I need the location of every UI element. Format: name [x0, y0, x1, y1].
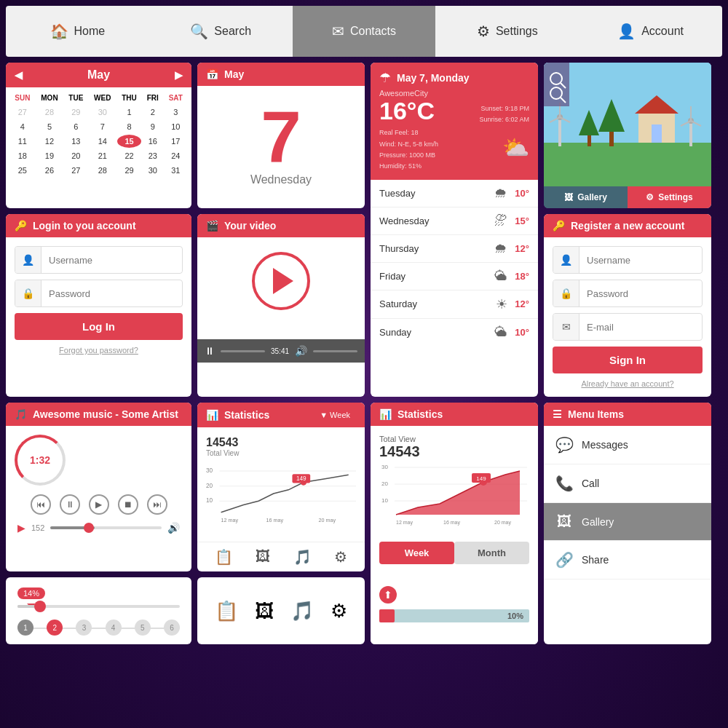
stats-music-icon[interactable]: 🎵 [293, 548, 312, 566]
week-tab[interactable]: Week [379, 542, 454, 564]
forgot-link[interactable]: Forgot you password? [15, 346, 183, 355]
cal-cell[interactable]: 10 [165, 120, 187, 133]
svg-text:20: 20 [206, 483, 213, 489]
calendar-prev[interactable]: ◀ [15, 69, 23, 81]
password-input[interactable] [41, 282, 182, 305]
reg-password-input[interactable] [579, 282, 703, 305]
cal-cell[interactable]: 8 [117, 120, 141, 133]
stats-total-num: 14543 [206, 436, 356, 449]
username-input[interactable] [41, 249, 182, 272]
stats-body: 14543 Total View 30 20 10 149 12 may [197, 427, 365, 542]
play-music-button[interactable]: ▶ [89, 494, 109, 515]
cal-cell[interactable]: 27 [64, 164, 87, 177]
cal-cell[interactable]: 2 [143, 106, 162, 119]
step-4[interactable]: 4 [106, 620, 122, 636]
cal-cell[interactable]: 17 [165, 135, 187, 148]
scene-settings-button[interactable]: ⚙ Settings [628, 186, 711, 208]
icon-image[interactable]: 🖼 [255, 600, 274, 622]
already-account-link[interactable]: Already have an account? [553, 379, 703, 388]
reg-email-input[interactable] [579, 316, 703, 339]
calendar-next[interactable]: ▶ [175, 69, 183, 81]
cal-cell[interactable]: 6 [64, 120, 87, 133]
reg-password-row: 🔒 [553, 280, 703, 307]
step-5[interactable]: 5 [135, 620, 151, 636]
cal-cell[interactable]: 29 [64, 106, 87, 119]
month-tab[interactable]: Month [454, 542, 529, 564]
cal-cell[interactable]: 29 [117, 164, 141, 177]
cal-cell[interactable]: 30 [90, 106, 116, 119]
menu-share[interactable]: 🔗 Share [544, 541, 711, 579]
icon-music2[interactable]: 🎵 [290, 600, 314, 622]
step-2[interactable]: 2 [47, 620, 63, 636]
prev-button[interactable]: ⏮ [31, 494, 51, 515]
menu-call[interactable]: 📞 Call [544, 464, 711, 503]
login-title: Login to you account [33, 220, 136, 232]
login-button[interactable]: Log In [15, 313, 183, 340]
cal-cell[interactable]: 15 [117, 135, 141, 148]
stats-doc-icon[interactable]: 📋 [215, 548, 233, 566]
cal-cell[interactable]: 1 [117, 106, 141, 119]
gallery-button[interactable]: 🖼 Gallery [544, 186, 628, 208]
music-player: 1:32 [15, 435, 183, 486]
cal-cell[interactable]: 25 [10, 164, 35, 177]
stop-button[interactable]: ⏹ [118, 494, 138, 515]
volume-icon[interactable]: 🔊 [295, 345, 307, 357]
nav-account[interactable]: 👤 Account [579, 6, 722, 57]
cal-cell[interactable]: 24 [165, 149, 187, 162]
cal-cell[interactable]: 26 [36, 164, 63, 177]
cal-cell[interactable]: 7 [90, 120, 116, 133]
menu-messages[interactable]: 💬 Messages [544, 426, 711, 464]
icon-settings2[interactable]: ⚙ [331, 600, 347, 622]
main-slider-thumb[interactable] [34, 601, 46, 612]
play-button[interactable] [252, 252, 310, 310]
nav-search[interactable]: 🔍 Search [149, 6, 293, 57]
cal-cell[interactable]: 22 [117, 149, 141, 162]
volume-thumb[interactable] [84, 523, 94, 533]
icon-doc[interactable]: 📋 [215, 600, 238, 622]
register-button[interactable]: Sign In [553, 347, 703, 373]
cal-cell[interactable]: 16 [143, 135, 162, 148]
cal-cell[interactable]: 13 [64, 135, 87, 148]
cal-cell[interactable]: 28 [90, 164, 116, 177]
cal-cell[interactable]: 28 [36, 106, 63, 119]
video-volume-bar[interactable] [313, 350, 357, 352]
pause-music-button[interactable]: ⏸ [60, 494, 80, 515]
reg-username-input[interactable] [579, 249, 703, 272]
cal-cell[interactable]: 9 [143, 120, 162, 133]
step-6[interactable]: 6 [164, 620, 180, 636]
step-1[interactable]: 1 [17, 620, 33, 636]
stats-week-button[interactable]: ▼ Week [314, 408, 356, 422]
cal-cell[interactable]: 3 [165, 106, 187, 119]
cal-cell[interactable]: 19 [36, 149, 63, 162]
cal-cell[interactable]: 4 [10, 120, 35, 133]
cal-cell[interactable]: 5 [36, 120, 63, 133]
call-label: Call [582, 478, 599, 489]
register-header: 🔑 Register a new account [544, 214, 711, 237]
cal-cell[interactable]: 12 [36, 135, 63, 148]
cal-cell[interactable]: 27 [10, 106, 35, 119]
cal-cell[interactable]: 31 [165, 164, 187, 177]
stats-gear-icon[interactable]: ⚙ [334, 548, 347, 566]
next-button[interactable]: ⏭ [147, 494, 167, 515]
nav-home[interactable]: 🏠 Home [6, 6, 149, 57]
step-3[interactable]: 3 [76, 620, 92, 636]
pause-icon[interactable]: ⏸ [205, 345, 215, 357]
stats-img-icon[interactable]: 🖼 [256, 548, 270, 566]
password-icon: 🔒 [15, 280, 41, 306]
cal-cell[interactable]: 14 [90, 135, 116, 148]
cal-cell[interactable]: 23 [143, 149, 162, 162]
volume-bar[interactable] [50, 526, 162, 529]
menu-gallery[interactable]: 🖼 Gallery [544, 503, 711, 541]
cal-cell[interactable]: 18 [10, 149, 35, 162]
cal-cell[interactable]: 21 [90, 149, 116, 162]
cal-cell[interactable]: 11 [10, 135, 35, 148]
cal-cell[interactable]: 30 [143, 164, 162, 177]
ws-total-num: 14543 [379, 443, 529, 460]
video-progress-bar[interactable] [221, 350, 265, 352]
main-slider-track[interactable] [17, 605, 180, 608]
nav-settings[interactable]: ⚙ Settings [435, 6, 579, 57]
nav-contacts[interactable]: ✉ Contacts [293, 6, 436, 57]
cal-header-tue: TUE [64, 92, 87, 104]
progress-body: ⬆ 10% [371, 577, 538, 631]
cal-cell[interactable]: 20 [64, 149, 87, 162]
